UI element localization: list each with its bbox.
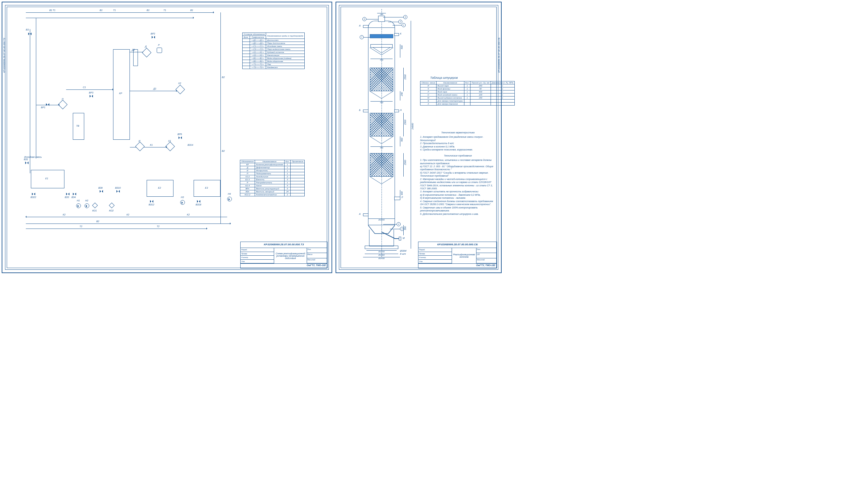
equip-row: РРаспределитель1 [240, 181, 305, 184]
lbl-vp3: ВР3 [89, 92, 93, 94]
nozzle-n [394, 110, 399, 112]
column-drawing: 120 К Н Л А Б А М 500 2500 [350, 9, 413, 257]
dim-2500a: 2500 [404, 74, 406, 80]
co-6: 6 [362, 17, 366, 21]
vz12 [150, 200, 153, 203]
lbl-vz4: ВЗ4 [72, 196, 76, 199]
stream-row: —К1——К1—Кубовой остаток [242, 51, 304, 54]
tech-req-item: а) ГОСТ 12. 2. 003 - 91 " Оборудование п… [420, 165, 496, 171]
pump-n4 [227, 197, 232, 201]
label-b2a: В2 [222, 76, 225, 78]
dim-780a: 780 [371, 59, 393, 61]
lbl-vz10: ВЗ10 [115, 187, 121, 189]
dim-h400 [400, 190, 400, 200]
dim-780b: 780 [371, 101, 393, 104]
label-k2a: К2 [63, 214, 65, 216]
label-ko1: КО1 [92, 209, 97, 212]
dim-d1150: Ø1150 [366, 250, 397, 253]
co-3-ln [390, 229, 400, 229]
tech-req-item: 4. Сварные соединения должны соответство… [420, 200, 496, 206]
tb-title: Схема ректификационной установки непреры… [274, 248, 307, 263]
lbl-vz14: ВЗ14 [187, 144, 193, 146]
doc-number-vertical-r: КР.02068999.28.07.00.00.000.СБ [498, 6, 500, 73]
nozzle-b [363, 110, 368, 112]
st-hdr-g: Графическое [250, 36, 266, 39]
lbl-noz-a1: А [359, 25, 361, 27]
co-5: 5 [403, 15, 407, 19]
pump-n3 [180, 200, 185, 205]
label-i: И [139, 140, 140, 142]
label-r: Р [158, 44, 160, 46]
dim-h2500a [403, 68, 404, 91]
pump-n2 [85, 203, 89, 208]
co-2-ln [388, 22, 398, 22]
evap-i [135, 142, 145, 151]
column-kp [113, 49, 130, 140]
label-k2b: К2 [126, 214, 129, 216]
stream-row: —Д2——Д2—Пары дистиллята [242, 42, 304, 45]
stream-row: —В2——В2—Вода оборотная [242, 60, 304, 63]
st-hdr-top: Условное обозначение [242, 33, 266, 36]
doc-number-vertical: КР.02068999.28.07.00.00.000.ТЗ [3, 6, 5, 73]
equip-row: ДДефлегматор1 [240, 166, 305, 169]
tech-char-item: 2. Производительность 6 кг/с [420, 142, 496, 145]
dim-d1200: Ø1200 [368, 219, 395, 221]
line-b2-bot [26, 223, 230, 224]
riser-b2 [221, 12, 221, 223]
dim-400: 400 [401, 191, 403, 195]
label-x1: Х1 [168, 140, 171, 142]
dim-total-h [411, 21, 411, 249]
label-feed: Исходная смесь [24, 156, 42, 158]
co-7-ln [364, 37, 370, 37]
line-k1 [144, 147, 167, 147]
label-n3: Н3 [181, 196, 184, 199]
lbl-noz-a2: А [359, 213, 361, 215]
stream-row: —Т1——Т1—Пар [242, 63, 304, 66]
dim-250a: 250 [401, 92, 403, 96]
lbl-noz-b: Б [359, 109, 361, 111]
label-c1a: С1 [83, 86, 86, 89]
tech-req-item: 2. Материал насадки и частей колонны соп… [420, 178, 496, 190]
stream-row: —В1——В1—Вода оборотная (подача) [242, 57, 304, 60]
tech-notes: Техническая характеристика 1. Аппарат пр… [420, 130, 496, 216]
dim-24600: 24600 [411, 123, 414, 129]
tech-req-item: а) В горизонтальном положении - давление… [420, 193, 496, 196]
deflegmator [142, 48, 151, 57]
dim-h2500c [403, 153, 404, 177]
label-p: П [62, 98, 63, 100]
nt-h4: Проход усл. Dу, мм [470, 81, 491, 84]
packing-3 [370, 153, 393, 177]
eq-h3: Кол. [284, 160, 290, 163]
vz3 [66, 193, 70, 195]
lbl-vp2: ВР2 [151, 32, 155, 35]
label-k2c: К2 [187, 214, 190, 216]
tb-mass: 120 [477, 253, 497, 258]
label-b2-bot: В2 [96, 220, 99, 222]
nozzle-i-top [378, 16, 385, 22]
nt-h5: Давление усл. Ру, МПа [491, 81, 514, 84]
pump-n1 [76, 203, 81, 208]
collector-1 [370, 48, 393, 56]
tech-req-title: Технические требования [420, 154, 496, 157]
valve-vp1 [46, 103, 49, 106]
tb-title-r: Ректификационная колонна [452, 248, 477, 263]
tech-req-item: 3. Аппарат испытать на прочность гидравл… [420, 190, 496, 193]
tb-org-r: ОмГТУ, ТМО-182 [419, 263, 497, 268]
equip-row: Х1-2Холодильник2 [240, 175, 305, 178]
base-ring [365, 246, 398, 249]
nozzle-table: Обозна- чение Наименование Кол. Проход у… [420, 81, 515, 106]
valve-vz-b3 [28, 32, 32, 35]
lbl-noz-n: Н [400, 109, 402, 111]
co-1: 1 [402, 23, 406, 27]
support-2 [370, 137, 393, 145]
tech-char-title: Техническая характеристика [420, 131, 496, 134]
distrib-1 [371, 44, 393, 48]
eq-h1: Обозначение [240, 160, 255, 163]
label-b1c: В1 [147, 9, 150, 11]
nozzle-row: КВход флегмы1501 [420, 88, 515, 91]
stream-row: —К2——К2—Канализация [242, 54, 304, 57]
vz18 [197, 200, 200, 203]
line-c1-to-kp [66, 90, 113, 90]
equip-row: ИИспаритель1 [240, 169, 305, 172]
lbl-vp1: ВР1 [41, 106, 45, 109]
